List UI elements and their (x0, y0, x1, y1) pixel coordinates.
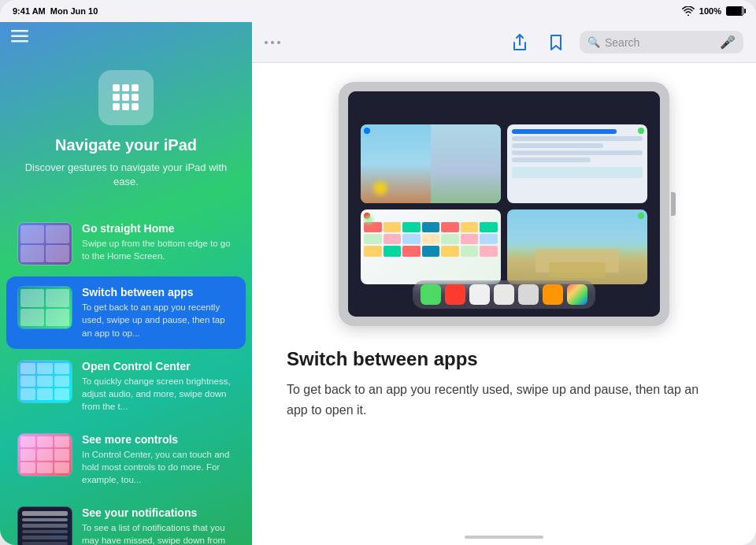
svg-rect-3 (113, 84, 120, 91)
bookmark-button[interactable] (543, 30, 569, 55)
svg-rect-0 (11, 30, 28, 32)
sidebar-item-control-center[interactable]: Open Control Center To quickly change sc… (6, 350, 246, 422)
sidebar-list: Go straight Home Swipe up from the botto… (0, 205, 252, 545)
sidebar-toggle-button[interactable] (11, 30, 28, 46)
svg-rect-8 (132, 94, 139, 101)
home-indicator (252, 529, 756, 545)
date-display: Mon Jun 10 (50, 6, 98, 16)
description-title: Switch between apps (287, 348, 721, 370)
toolbar-dot-2 (271, 41, 274, 44)
app-card-3[interactable] (361, 209, 501, 284)
share-button[interactable] (507, 30, 532, 55)
status-bar: 9:41 AM Mon Jun 10 100% (0, 0, 756, 22)
svg-rect-4 (122, 84, 129, 91)
wifi-icon (682, 6, 695, 16)
home-bar (465, 536, 543, 539)
sidebar-item-desc-switch: To get back to an app you recently used,… (82, 301, 235, 339)
battery-percent: 100% (699, 6, 721, 16)
svg-rect-2 (11, 40, 28, 43)
sidebar-item-notifications[interactable]: See your notifications To see a list of … (6, 497, 246, 545)
grid-icon (109, 81, 143, 114)
sidebar-item-title-home: Go straight Home (82, 222, 235, 235)
toolbar-dots (265, 41, 280, 44)
time-display: 9:41 AM (13, 6, 46, 16)
ipad-frame (339, 82, 669, 326)
app-cards-top-row (361, 124, 647, 203)
sidebar-thumb-more (17, 433, 72, 476)
status-bar-right: 100% (682, 6, 743, 16)
sidebar-thumb-switch (17, 286, 72, 329)
svg-rect-11 (132, 103, 139, 110)
svg-rect-9 (113, 103, 120, 110)
sidebar-header-icon (98, 70, 154, 125)
search-icon: 🔍 (587, 36, 600, 48)
sidebar-thumb-control (17, 360, 72, 403)
battery-icon (726, 6, 743, 16)
dock-app-1[interactable] (421, 284, 441, 305)
svg-rect-5 (132, 84, 139, 91)
right-panel: 🔍 🎤 (252, 22, 756, 545)
svg-rect-10 (122, 103, 129, 110)
sidebar-item-title-notif: See your notifications (82, 506, 235, 519)
dock-app-3[interactable] (469, 284, 490, 305)
sidebar-item-title-control: Open Control Center (82, 360, 235, 373)
ipad-illustration (284, 82, 724, 326)
search-input[interactable] (605, 36, 715, 49)
dock-app-5[interactable] (518, 284, 539, 305)
app-switcher (348, 91, 660, 317)
sidebar-title: Navigate your iPad (55, 136, 197, 154)
app-card-2[interactable] (507, 124, 647, 203)
description-text: To get back to an app you recently used,… (287, 380, 721, 420)
sidebar-item-title-more: See more controls (82, 433, 235, 446)
sidebar-item-more-controls[interactable]: See more controls In Control Center, you… (6, 424, 246, 495)
sidebar-item-go-home[interactable]: Go straight Home Swipe up from the botto… (6, 213, 246, 275)
sidebar-item-desc-home: Swipe up from the bottom edge to go to t… (82, 237, 235, 262)
status-bar-left: 9:41 AM Mon Jun 10 (13, 6, 98, 16)
sidebar: Navigate your iPad Discover gestures to … (0, 22, 252, 545)
svg-rect-6 (113, 94, 120, 101)
ipad-dock (413, 280, 595, 309)
sidebar-thumb-notifications (17, 506, 72, 545)
search-bar[interactable]: 🔍 🎤 (580, 31, 743, 54)
dock-app-2[interactable] (445, 284, 465, 305)
dock-app-4[interactable] (494, 284, 514, 305)
app-card-4[interactable] (507, 209, 647, 284)
sidebar-item-desc-more: In Control Center, you can touch and hol… (82, 448, 235, 486)
content-area: Switch between apps To get back to an ap… (252, 63, 756, 529)
toolbar: 🔍 🎤 (252, 22, 756, 63)
description-section: Switch between apps To get back to an ap… (284, 348, 724, 420)
sidebar-item-desc-control: To quickly change screen brightness, adj… (82, 375, 235, 413)
ipad-screen (348, 91, 660, 317)
dock-app-7[interactable] (567, 284, 587, 305)
sidebar-item-title-switch: Switch between apps (82, 286, 235, 298)
app-cards-bottom-row (361, 209, 647, 284)
sidebar-subtitle: Discover gestures to navigate your iPad … (16, 161, 236, 189)
mic-icon[interactable]: 🎤 (720, 35, 736, 50)
toolbar-dot-1 (265, 41, 268, 44)
toolbar-dot-3 (277, 41, 280, 44)
dock-app-6[interactable] (543, 284, 563, 305)
toolbar-right: 🔍 🎤 (507, 30, 743, 55)
main-content: Navigate your iPad Discover gestures to … (0, 22, 756, 545)
sidebar-item-desc-notif: To see a list of notifications that you … (82, 521, 235, 545)
svg-rect-1 (11, 35, 28, 38)
svg-rect-7 (122, 94, 129, 101)
sidebar-thumb-home (17, 222, 72, 265)
sidebar-item-switch-apps[interactable]: Switch between apps To get back to an ap… (6, 276, 246, 348)
sidebar-header: Navigate your iPad Discover gestures to … (0, 46, 252, 205)
